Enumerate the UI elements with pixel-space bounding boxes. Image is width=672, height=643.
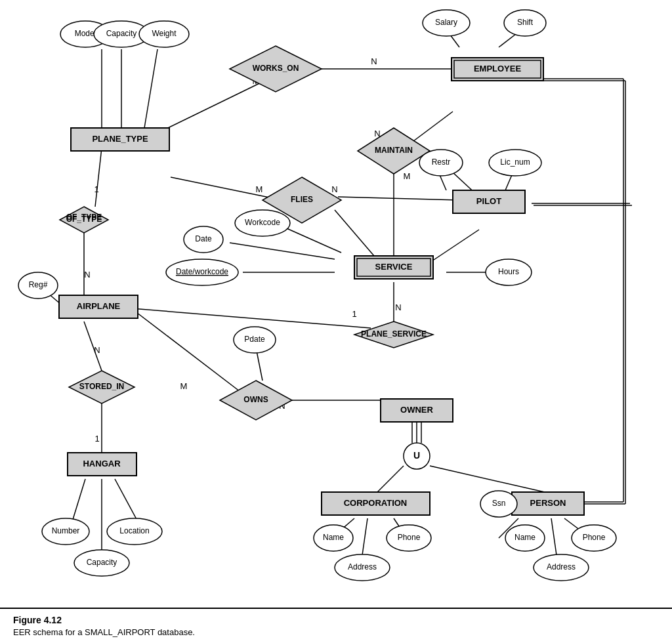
svg-line-35 (430, 466, 545, 492)
entity-employee-label: EMPLOYEE (474, 64, 522, 73)
erd-diagram: .entity-rect { fill: #d0d0d0; stroke: #0… (0, 0, 672, 604)
svg-line-9 (115, 479, 138, 522)
attr-location-label: Location (119, 526, 149, 535)
svg-line-31 (335, 210, 374, 256)
attr-address-corp-label: Address (348, 562, 377, 571)
svg-line-13 (131, 308, 371, 328)
caption-area: Figure 4.12 EER schema for a SMALL_AIRPO… (0, 608, 672, 643)
mult-n-stored-in: N (94, 345, 100, 355)
figure-description: EER schema for a SMALL_AIRPORT database. (13, 627, 195, 637)
mult-m-owns: M (180, 381, 188, 391)
entity-airplane-label: AIRPLANE (77, 301, 121, 311)
attr-date-label: Date (195, 234, 212, 243)
rel-flies-label: FLIES (291, 195, 313, 204)
svg-line-17 (230, 243, 335, 259)
svg-line-4 (95, 148, 102, 207)
svg-line-8 (72, 479, 85, 522)
entity-owner-label: OWNER (400, 405, 433, 415)
attr-name-corp-label: Name (323, 533, 344, 542)
rel-maintain-label: MAINTAIN (375, 146, 413, 155)
attr-shift-label: Shift (517, 18, 534, 27)
rel-works-on-label: WORKS_ON (253, 64, 299, 73)
attr-phone-corp-label: Phone (398, 533, 421, 542)
svg-line-2 (144, 49, 158, 128)
attr-date-workcode-label: Date/workcode (176, 267, 228, 276)
mult-n-plane-service: N (395, 302, 401, 312)
entity-plane-type-label: PLANE_TYPE (92, 134, 148, 144)
mult-n-works-on: N (371, 56, 377, 66)
attr-workcode-label: Workcode (245, 218, 280, 227)
attr-hours-label: Hours (498, 267, 519, 276)
attr-model-label: Model (75, 29, 96, 38)
attr-phone-person-label: Phone (583, 533, 606, 542)
attr-capacity-plane-label: Capacity (106, 29, 137, 38)
attr-salary-label: Salary (435, 18, 457, 27)
figure-label: Figure 4.12 (13, 615, 62, 625)
entity-corporation-label: CORPORATION (344, 498, 408, 508)
mult-1-of-type: 1 (94, 184, 98, 194)
svg-line-30 (171, 177, 282, 200)
entity-hangar-label: HANGAR (83, 459, 121, 468)
attr-ssn-label: Ssn (492, 499, 506, 508)
svg-line-32 (338, 197, 459, 200)
attr-address-person-label: Address (547, 562, 576, 571)
entity-pilot-label: PILOT (476, 196, 501, 206)
attr-restr-label: Restr (432, 157, 451, 167)
isa-u-label: U (413, 450, 420, 461)
rel-of-type-text-label: OF_TYPE (66, 213, 102, 222)
attr-name-person-label: Name (514, 533, 536, 542)
rel-stored-in-label: STORED_IN (79, 382, 124, 391)
attr-capacity-hangar-label: Capacity (87, 558, 117, 567)
attr-reg-num-label: Reg# (29, 280, 48, 289)
mult-m-flies: M (256, 184, 263, 194)
attr-number-label: Number (52, 526, 80, 535)
entity-service-label: SERVICE (375, 262, 413, 272)
svg-line-18 (282, 226, 341, 253)
mult-n-flies: N (331, 184, 337, 194)
mult-m-maintain: M (404, 171, 411, 181)
attr-weight-label: Weight (152, 29, 177, 38)
attr-lic-num-label: Lic_num (500, 157, 530, 167)
mult-1-plane-service: 1 (352, 309, 356, 319)
entity-person-label: PERSON (530, 498, 566, 508)
mult-n-of-type: N (84, 270, 90, 280)
svg-line-26 (413, 112, 453, 141)
rel-owns-label: OWNS (243, 395, 268, 404)
rel-plane-service-label: PLANE_SERVICE (361, 329, 427, 339)
mult-1-stored-in: 1 (94, 434, 99, 444)
svg-line-34 (377, 466, 404, 492)
attr-pdate-label: Pdate (244, 335, 265, 344)
